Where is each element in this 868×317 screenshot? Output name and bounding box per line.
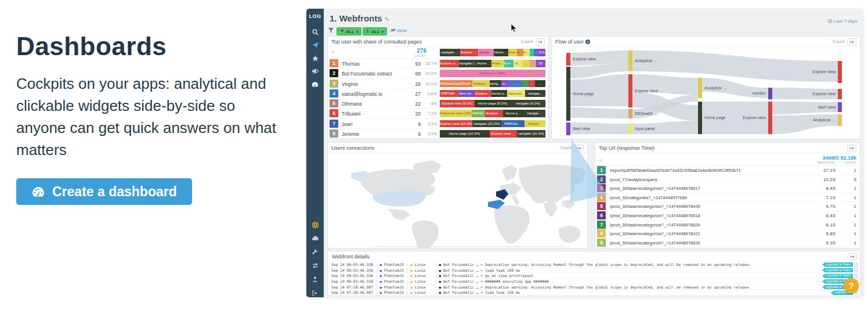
- sankey-link[interactable]: [632, 92, 698, 121]
- table-row[interactable]: 2/prod_77/analytics/query10.2S5: [595, 175, 860, 185]
- sankey-node[interactable]: [838, 102, 842, 112]
- share-bar-segment[interactable]: In…: [513, 60, 522, 67]
- table-row[interactable]: 8Jeremie93.3%Home page (22.2%)Explore vi…: [328, 129, 548, 139]
- share-bar-segment[interactable]: …: [530, 49, 534, 56]
- log-source-tag[interactable]: Logmatic.io Team: [822, 262, 853, 267]
- sidebar-gauge-icon[interactable]: [306, 78, 324, 90]
- sankey-node[interactable]: [566, 123, 570, 135]
- share-bar-segment[interactable]: Home p…: [503, 110, 523, 117]
- create-dashboard-button[interactable]: Create a dashboard: [16, 178, 192, 205]
- share-bar-segment[interactable]: Home …: [477, 60, 491, 67]
- table-row[interactable]: 2Bot Focusmatic extract6824.6%printlayou…: [328, 69, 548, 78]
- log-source-tag[interactable]: Logmatic.io Team: [822, 268, 853, 273]
- share-bar-segment[interactable]: Analytic…: [472, 80, 489, 88]
- share-bar-segment[interactable]: navigate (9.1%): [511, 100, 545, 107]
- sankey-link[interactable]: [632, 95, 698, 118]
- sankey-node[interactable]: [566, 53, 570, 66]
- share-icon[interactable]: ↪: [847, 38, 856, 45]
- log-source-tag[interactable]: Logmatic.io Team: [822, 273, 853, 278]
- table-row[interactable]: 7/prod_30/task/recategorize?_=1474448978…: [595, 221, 860, 230]
- sidebar-cloud-icon[interactable]: [306, 233, 324, 244]
- filter-tag-2[interactable]: ALL×: [363, 27, 387, 35]
- edit-icon[interactable]: ✎: [385, 16, 390, 23]
- share-bar-segment[interactable]: In…: [523, 49, 530, 56]
- share-bar-segment[interactable]: 578f7fd9…: [440, 90, 459, 98]
- sankey-node[interactable]: [628, 74, 632, 107]
- share-bar-segment[interactable]: Alert vie…: [459, 90, 475, 98]
- share-bar-segment[interactable]: Explore vi…: [440, 60, 459, 67]
- sankey-node[interactable]: [698, 78, 702, 98]
- table-row[interactable]: 6Tribuiani207.2%Analytical view (10%)539…: [328, 109, 548, 118]
- table-row[interactable]: 5Othmane228%Explore view (9.1%)Home page…: [328, 99, 548, 109]
- table-row[interactable]: 9/prod_30/task/recategorize?_=1474448978…: [595, 239, 860, 248]
- log-tag-more-icon[interactable]: [854, 262, 858, 267]
- log-row[interactable]: Sep 24 07:58:46.887 | ● PhantomJS | ● Li…: [328, 284, 860, 290]
- sidebar-transfer-icon[interactable]: [306, 260, 324, 272]
- share-bar-segment[interactable]: Home …: [494, 49, 508, 56]
- share-bar-segment[interactable]: printlayout (25%): [440, 70, 545, 77]
- share-bar-segment[interactable]: Anal…: [508, 49, 517, 56]
- log-row[interactable]: Sep 24 08:03:46.938 | ● PhantomJS | ● Li…: [328, 268, 860, 273]
- table-row[interactable]: 7Jean93.3%Explore view (22.2%)navigate (…: [328, 119, 548, 129]
- share-bar-segment[interactable]: Explore…: [475, 90, 491, 98]
- sidebar-megaphone-icon[interactable]: [306, 66, 324, 77]
- sidebar-wrench-icon[interactable]: [306, 246, 324, 258]
- sankey-link[interactable]: [772, 102, 838, 114]
- share-icon[interactable]: ↪: [536, 38, 545, 45]
- share-bar-segment[interactable]: navigat…: [523, 110, 545, 117]
- help-button[interactable]: ?: [844, 278, 859, 293]
- share-bar-segment[interactable]: Home p…: [491, 90, 507, 98]
- sidebar-star-icon[interactable]: [306, 52, 324, 64]
- table-row[interactable]: 6/prod_30/task/recategorize?_=1474448978…: [595, 211, 860, 221]
- sankey-node[interactable]: [768, 102, 772, 134]
- share-icon[interactable]: ↪: [574, 145, 584, 152]
- share-bar-segment[interactable]: Explore view (9.1%): [440, 100, 475, 107]
- share-bar-segment[interactable]: navigat…: [525, 90, 545, 98]
- filter-tag-1[interactable]: ALL×: [337, 27, 361, 35]
- share-bar-segment[interactable]: Explore view (22.2%): [440, 120, 472, 128]
- sankey-link[interactable]: [702, 78, 768, 98]
- share-bar-segment[interactable]: … …: [509, 80, 522, 88]
- share-bar-segment[interactable]: Enri…: [504, 60, 513, 67]
- sankey-node[interactable]: [628, 124, 632, 134]
- share-bar-segment[interactable]: 51A: [538, 49, 545, 56]
- share-bar-segment[interactable]: Analyti…: [525, 120, 545, 128]
- share-icon[interactable]: ↪: [848, 253, 857, 260]
- share-bar-segment[interactable]: Explore …: [460, 49, 478, 56]
- share-bar-segment[interactable]: …: [534, 49, 538, 56]
- share-bar-segment[interactable]: …: [529, 80, 535, 88]
- share-bar-segment[interactable]: …: [522, 80, 529, 88]
- sidebar-sign-out-icon[interactable]: [306, 287, 324, 298]
- sankey-link[interactable]: [570, 63, 628, 78]
- table-row[interactable]: 1/report/pdf/56f3eaef2ead37ed071e8319/56…: [595, 166, 860, 175]
- sankey-node[interactable]: [838, 89, 842, 99]
- sankey-node[interactable]: [838, 114, 842, 126]
- share-bar-segment[interactable]: …: [535, 80, 545, 88]
- share-bar-segment[interactable]: …: [522, 60, 530, 67]
- share-bar-segment[interactable]: 548613c…: [501, 120, 525, 128]
- share-bar-segment[interactable]: navig…: [490, 80, 501, 88]
- share-bar-segment[interactable]: Home page (22.2%): [440, 130, 490, 138]
- time-range-selector[interactable]: Last 7 days: [828, 19, 858, 24]
- log-row[interactable]: Sep 24 07:58:46.887 | ● PhantomJS | ● Li…: [328, 290, 860, 296]
- sankey-node[interactable]: [838, 61, 842, 83]
- sankey-link[interactable]: [570, 107, 628, 118]
- share-bar-segment[interactable]: navigate (22.2%): [472, 120, 501, 128]
- table-row[interactable]: 3Virginie2810.1%56f3eaef2ead37ed0…Analyt…: [328, 79, 548, 89]
- sidebar-paper-plane-icon[interactable]: [306, 39, 324, 51]
- remove-filter-icon[interactable]: ×: [356, 29, 359, 34]
- table-row[interactable]: 5/prod_30/task/recategorize?_=1474448978…: [595, 202, 860, 211]
- sankey-node[interactable]: [628, 51, 632, 71]
- table-row[interactable]: 4/prod_30/categories?_=14744489776897.1S…: [595, 193, 860, 203]
- sankey-node[interactable]: [566, 67, 570, 121]
- log-row[interactable]: Sep 24 08:03:46.938 | ● PhantomJS | ● Li…: [328, 273, 860, 279]
- remove-filter-icon[interactable]: ×: [382, 29, 384, 34]
- table-row[interactable]: 4ioana@logmatic.io279.8%578f7fd9…Alert v…: [328, 89, 548, 99]
- share-icon[interactable]: ↪: [847, 145, 856, 152]
- share-bar-segment[interactable]: Explore …: [485, 110, 503, 117]
- sidebar-user-icon[interactable]: [306, 273, 324, 285]
- info-icon[interactable]: i: [585, 39, 590, 44]
- share-bar-segment[interactable]: navigate (11.1%): [517, 130, 545, 138]
- sankey-link[interactable]: [570, 51, 628, 66]
- table-row[interactable]: 8/prod_30/task/recategorize?_=1474448978…: [595, 229, 860, 239]
